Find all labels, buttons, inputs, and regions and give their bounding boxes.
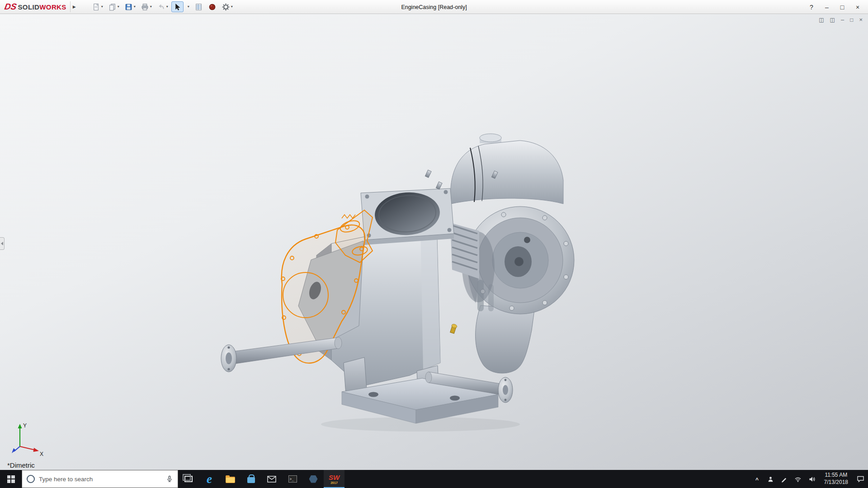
windows-taskbar: e >_ SW 2017 ^ [0, 470, 868, 488]
undo-button[interactable]: ▾ [155, 1, 170, 12]
help-button[interactable]: ? [805, 1, 818, 13]
mail-button[interactable] [261, 470, 282, 488]
open-document-icon [108, 3, 117, 11]
select-arrow-icon [173, 3, 182, 11]
document-window-controls: ◫ ◫ – □ × [819, 17, 863, 23]
orientation-triad: Y X [8, 420, 47, 457]
brand-text-works: WORKS [39, 3, 66, 11]
triad-x-label: X [40, 451, 43, 457]
pane-right-icon[interactable]: ◫ [830, 17, 835, 23]
taskbar-apps: e >_ SW 2017 [178, 470, 344, 488]
hexagon-app-icon [309, 475, 318, 483]
people-icon[interactable] [767, 476, 774, 483]
windows-logo-icon [7, 475, 15, 483]
cylinder-bore-part[interactable] [361, 188, 454, 245]
select-tool-button[interactable] [171, 1, 184, 12]
hidden-icons-chevron-icon[interactable]: ^ [754, 477, 760, 483]
minimize-button[interactable]: – [820, 1, 834, 13]
select-tool-dropdown[interactable]: ▾ [185, 1, 191, 12]
resources-button[interactable] [206, 1, 218, 12]
edge-icon: e [207, 473, 212, 485]
view-orientation-label: *Dimetric [7, 461, 35, 469]
taskbar-clock[interactable]: 11:55 AM 7/13/2018 [822, 472, 850, 486]
clock-time: 11:55 AM [824, 472, 848, 479]
title-bar: DS SOLID WORKS ▶ ▾ ▾ ▾ [0, 0, 868, 14]
task-view-button[interactable] [178, 470, 199, 488]
dropdown-caret-icon: ▾ [134, 5, 136, 9]
graphics-area[interactable]: ◫ ◫ – □ × Y X *Dimetric [0, 14, 868, 470]
engine-casing-model[interactable] [0, 14, 868, 470]
cooling-fins [450, 223, 479, 279]
brand-text-solid: SOLID [18, 3, 39, 11]
ds-logo-icon: DS [4, 2, 17, 12]
store-icon [247, 477, 255, 483]
doc-restore-button[interactable]: □ [850, 17, 853, 23]
sw-logo-text: SW [329, 474, 340, 481]
mail-icon [267, 476, 276, 483]
store-button[interactable] [241, 470, 261, 488]
doc-close-button[interactable]: × [859, 17, 863, 23]
dropdown-caret-icon: ▾ [150, 5, 152, 9]
sw-version-badge: 2017 [330, 481, 338, 484]
system-tray: ^ 11:55 AM 7/13/2018 [750, 470, 868, 488]
doc-minimize-button[interactable]: – [841, 17, 844, 23]
edge-button[interactable]: e [199, 470, 220, 488]
print-icon [141, 3, 149, 11]
window-controls: ? – □ × [805, 0, 864, 14]
action-center-icon[interactable] [857, 475, 864, 483]
start-button[interactable] [0, 470, 22, 488]
triad-y-label: Y [23, 422, 27, 429]
microphone-icon[interactable] [166, 475, 173, 483]
cortana-icon [27, 475, 35, 483]
save-button[interactable]: ▾ [123, 1, 137, 12]
taskbar-search-box[interactable] [22, 470, 178, 488]
open-document-button[interactable]: ▾ [106, 1, 121, 12]
print-button[interactable]: ▾ [139, 1, 154, 12]
solidworks-app-icon: SW 2017 [329, 474, 340, 484]
maximize-button[interactable]: □ [835, 1, 849, 13]
new-document-button[interactable]: ▾ [90, 1, 105, 12]
file-explorer-icon [226, 477, 235, 483]
clock-date: 7/13/2018 [824, 479, 848, 486]
file-explorer-button[interactable] [220, 470, 241, 488]
dropdown-caret-icon: ▾ [188, 5, 189, 9]
solidworks-taskbar-button[interactable]: SW 2017 [324, 470, 344, 488]
options-gear-icon [222, 3, 230, 11]
solidworks-logo: DS SOLID WORKS [0, 2, 66, 12]
properties-button[interactable] [193, 1, 205, 12]
collapse-arrow-icon [1, 242, 3, 245]
dropdown-caret-icon: ▾ [118, 5, 119, 9]
search-input[interactable] [39, 476, 162, 483]
new-document-icon [92, 3, 100, 11]
task-view-icon [184, 476, 193, 482]
volume-icon[interactable] [808, 476, 816, 483]
composer-button[interactable] [303, 470, 324, 488]
quick-access-toolbar: ▾ ▾ ▾ ▾ ▾ [90, 1, 235, 12]
options-button[interactable]: ▾ [220, 1, 235, 12]
pane-left-icon[interactable]: ◫ [819, 17, 824, 23]
dropdown-caret-icon: ▾ [101, 5, 103, 9]
close-button[interactable]: × [851, 1, 864, 13]
command-prompt-button[interactable]: >_ [282, 470, 303, 488]
save-icon [124, 3, 133, 11]
document-title: EngineCasing [Read-only] [401, 0, 467, 14]
top-cover-part[interactable] [451, 134, 563, 204]
dropdown-caret-icon: ▾ [231, 5, 233, 9]
network-icon[interactable] [794, 476, 802, 483]
feature-panel-collapse-tab[interactable] [0, 237, 5, 250]
menu-flyout-button[interactable]: ▶ [70, 1, 78, 12]
pen-icon[interactable] [781, 476, 788, 483]
command-prompt-icon: >_ [288, 475, 297, 483]
flyout-arrow-icon: ▶ [73, 5, 76, 9]
undo-icon [157, 3, 165, 11]
resources-sphere-icon [208, 3, 217, 11]
properties-icon [194, 3, 203, 11]
dropdown-caret-icon: ▾ [166, 5, 168, 9]
